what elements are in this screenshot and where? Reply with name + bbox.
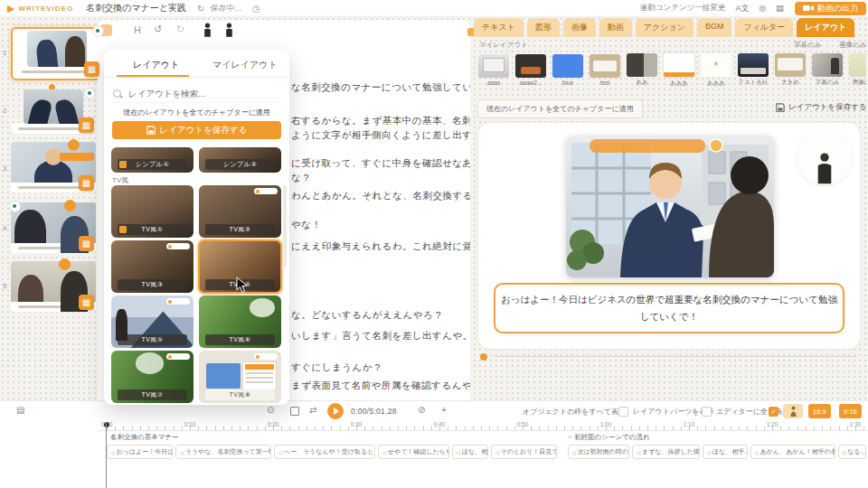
subtitle-block[interactable]: ◁あかん、あかん！相手の名...: [750, 445, 835, 459]
apply-layout-all-button[interactable]: 現在のレイアウトを全てのチャプターに適用: [477, 99, 643, 118]
subtitle-block[interactable]: ◁ほな、相...: [452, 445, 488, 459]
script-line[interactable]: いします」言うて名刺を差し出すんや。丁: [291, 330, 470, 343]
subtitle-block[interactable]: ◁そのとおり！目見て笑...: [491, 445, 557, 459]
project-title[interactable]: 名刺交換のマナーと実践: [86, 2, 186, 14]
search-input[interactable]: [127, 88, 266, 99]
popup-tab-my-layout[interactable]: マイレイアウト: [212, 59, 278, 71]
heading-icon[interactable]: H: [134, 24, 141, 35]
layout-quick-button[interactable]: ▦: [79, 175, 94, 191]
toggle-layout-parts-checkbox[interactable]: [702, 407, 712, 417]
subtitle-block[interactable]: ◁なる...: [838, 445, 866, 459]
tab-action[interactable]: アクション: [636, 18, 693, 37]
layout-preset[interactable]: あああ: [663, 52, 695, 88]
save-layout-button[interactable]: レイアウトを保存する: [776, 102, 867, 113]
tab-shape[interactable]: 図形: [527, 18, 560, 37]
layout-preset[interactable]: test: [589, 54, 621, 86]
tab-layout[interactable]: レイアウト: [797, 18, 854, 37]
move-icon[interactable]: +: [441, 405, 447, 415]
tab-video[interactable]: 動画: [599, 18, 632, 37]
popup-tab-layout[interactable]: レイアウト: [133, 59, 179, 71]
ratio-9-16-button[interactable]: 9:16: [839, 404, 862, 418]
bulk-edit-link[interactable]: 連動コンテンツ一括変更: [640, 3, 726, 14]
script-line[interactable]: な？: [291, 172, 311, 184]
script-line[interactable]: やな！: [291, 219, 322, 231]
translate-icon[interactable]: A文: [735, 3, 749, 14]
toggle-editor-checkbox[interactable]: ✓: [769, 407, 778, 417]
tab-text[interactable]: テキスト: [474, 18, 524, 37]
tab-filter[interactable]: フィルター: [735, 18, 793, 37]
layout-preset[interactable]: 字幕のみ: [811, 53, 844, 87]
layout-preset[interactable]: blue: [552, 54, 584, 86]
character-icon[interactable]: [203, 23, 212, 37]
layout-option-tv[interactable]: TV風②: [199, 185, 281, 238]
layout-quick-button[interactable]: ▦: [84, 61, 99, 77]
tab-image[interactable]: 画像: [563, 18, 596, 37]
subtitle-block[interactable]: ◁まずな、挨拶した後...: [632, 445, 700, 459]
layout-option-simple[interactable]: シンプル①: [111, 147, 193, 173]
popup-apply-all-link[interactable]: 現在のレイアウトを全てのチャプターに適用: [104, 108, 289, 117]
refresh-icon[interactable]: ↻: [197, 4, 204, 14]
popup-scrollbar[interactable]: [283, 185, 287, 267]
timeline-ruler[interactable]: 0:00 0:10 0:20 0:30 0:40 0:50 1:00 1:10 …: [99, 420, 868, 431]
subtitle-block[interactable]: ◁へー、そうなんや！受け取るときも両...: [274, 445, 375, 459]
chapter-thumbnail[interactable]: ▦: [11, 89, 96, 135]
layout-preset[interactable]: *あああ: [700, 52, 732, 88]
layout-search-box[interactable]: [113, 84, 280, 103]
script-line[interactable]: まず表面見て名前や所属を確認するんや。: [291, 380, 470, 392]
layout-preset[interactable]: テスト会社: [737, 53, 769, 87]
link-icon[interactable]: ◎: [759, 4, 766, 13]
layout-quick-button[interactable]: ▦: [79, 295, 94, 310]
export-video-button[interactable]: 動画の出力: [795, 2, 866, 15]
character-icon[interactable]: [224, 23, 234, 37]
layout-option-tv[interactable]: TV風①: [111, 185, 193, 238]
preview-scrubber-handle[interactable]: [480, 353, 487, 361]
popup-save-layout-button[interactable]: レイアウトを保存する: [112, 121, 281, 139]
layout-option-tv[interactable]: TV風⑥: [199, 296, 281, 348]
script-line[interactable]: に受け取って、すぐに中身を確認せなあ: [291, 157, 470, 170]
ratio-16-9-button[interactable]: 16:9: [808, 404, 831, 418]
layout-option-tv[interactable]: TV風⑤: [111, 296, 193, 348]
layout-preset[interactable]: aaaw2...: [514, 54, 547, 86]
chapter-track-label[interactable]: ≡初対面のシーンでの流れ: [568, 433, 650, 442]
script-line[interactable]: ように文字が相手側向くように差し出すん: [291, 129, 470, 142]
history-icon[interactable]: ◷: [252, 4, 260, 14]
chapter-thumbnail[interactable]: ▦: [11, 27, 103, 80]
preview-scrubber-track[interactable]: [494, 356, 857, 357]
layout-preset[interactable]: 画像のみ: [848, 53, 866, 87]
fit-screen-icon[interactable]: [290, 407, 299, 416]
layout-option-simple[interactable]: シンプル②: [199, 147, 281, 173]
subtitle-block[interactable]: ◁そうやな、名刺交換って第一印象め...: [175, 445, 271, 459]
speed-icon[interactable]: ⊘: [418, 405, 425, 415]
chapter-track-label[interactable]: 名刺交換の基本マナー: [110, 433, 179, 442]
preview-canvas[interactable]: おっはよー！今日はビジネスの世界で超重要な名刺交換のマナーについて勉強 していく…: [477, 122, 861, 350]
avatar-toggle-button[interactable]: [783, 404, 803, 418]
loop-icon[interactable]: ⇄: [309, 405, 316, 415]
play-button[interactable]: [327, 403, 344, 419]
layout-option-tv[interactable]: TV風⑦: [111, 351, 193, 403]
subtitle-block[interactable]: ◁せやで！確認したらちゃ...: [378, 445, 449, 459]
undo-icon[interactable]: ↺: [154, 23, 162, 35]
script-line[interactable]: わんとあかん。それとな、名刺交換すると: [291, 190, 470, 202]
script-line[interactable]: な。どないするんがええんやろ？: [291, 309, 443, 322]
script-line[interactable]: にええ印象与えられるわ。これ絶対に覚え: [291, 240, 470, 253]
keyboard-icon[interactable]: ▤: [16, 405, 24, 415]
subtitle-block[interactable]: ◁おっはよー！今日はビ...: [107, 445, 173, 459]
tab-bgm[interactable]: BGM: [697, 18, 732, 37]
subtitle-block[interactable]: ◁次は初対面の時の...: [568, 445, 629, 459]
layout-option-tv[interactable]: TV風③: [111, 240, 193, 293]
layout-preset[interactable]: 大きめ: [774, 53, 807, 87]
video-frame[interactable]: [566, 136, 774, 277]
redo-icon[interactable]: ↻: [176, 23, 184, 35]
volume-icon[interactable]: ⊙: [267, 405, 274, 415]
layout-option-tv[interactable]: TV風⑧: [199, 351, 281, 403]
chapter-thumbnail[interactable]: ▦: [11, 142, 96, 192]
toggle-object-frames-checkbox[interactable]: [618, 407, 628, 417]
playhead-handle[interactable]: [104, 422, 109, 427]
presenter-avatar[interactable]: [797, 129, 853, 185]
layout-quick-button[interactable]: ▦: [79, 117, 94, 133]
guide-icon[interactable]: ▤: [776, 4, 784, 13]
subtitle-block[interactable]: ◁ほな、相手...: [703, 445, 748, 459]
script-line[interactable]: 右するからな。まず基本中の基本、名刺は: [291, 115, 470, 127]
script-line[interactable]: な名刺交換のマナーについて勉強していく: [291, 81, 470, 94]
layout-preset[interactable]: aaaa: [477, 54, 510, 86]
